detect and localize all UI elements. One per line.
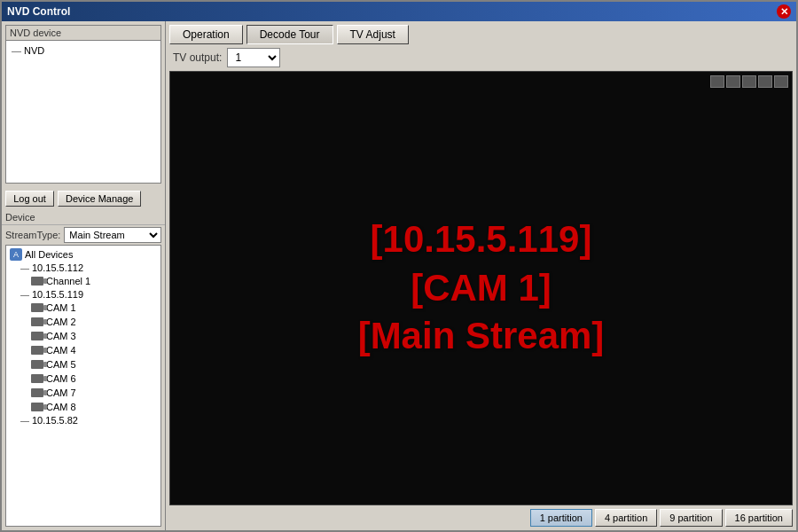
nvd-device-label: NVD device [6,26,160,41]
group-ip-112: 10.15.5.112 [32,262,83,273]
device-manage-button[interactable]: Device Manage [58,191,141,207]
tree-cam-5[interactable]: CAM 5 [29,357,159,372]
group-ip-119: 10.15.5.119 [32,289,83,300]
cam-8-label: CAM 8 [46,402,76,412]
tree-cam-1[interactable]: CAM 1 [29,301,159,315]
nvd-item-label: NVD [24,45,44,56]
vid-ctrl-1[interactable] [710,75,724,88]
vid-ctrl-4[interactable] [758,75,772,88]
nvd-item[interactable]: — NVD [10,44,157,57]
tv-output-select[interactable]: 1 2 3 4 [227,48,280,67]
partition-9-button[interactable]: 9 partition [660,509,722,527]
partition-4-button[interactable]: 4 partition [595,509,657,527]
vid-ctrl-3[interactable] [742,75,756,88]
toolbar-row: Operation Decode Tour TV Adjust [169,25,793,44]
left-panel: NVD device — NVD Log out Device Manage D… [2,21,166,530]
tree-cam-4[interactable]: CAM 4 [29,343,159,357]
tree-channel-1[interactable]: Channel 1 [29,274,159,288]
content-area: NVD device — NVD Log out Device Manage D… [2,21,796,530]
cam-icon-8 [31,401,43,413]
tree-group-119[interactable]: — 10.15.5.119 [19,288,159,301]
cam-4-label: CAM 4 [46,345,76,356]
tree-item-all-devices[interactable]: A All Devices [8,247,159,262]
video-text-line1: [10.15.5.119] [358,215,605,264]
tv-output-row: TV output: 1 2 3 4 [169,48,793,67]
tv-adjust-tab[interactable]: TV Adjust [337,25,409,44]
video-text-line2: [CAM 1] [358,264,605,313]
cam-2-label: CAM 2 [46,317,76,327]
decode-tour-tab[interactable]: Decode Tour [246,25,333,44]
tree-cam-2[interactable]: CAM 2 [29,315,159,329]
cam-icon-1 [31,301,43,314]
tree-cam-6[interactable]: CAM 6 [29,372,159,386]
title-bar: NVD Control ✕ [2,2,796,21]
cam-6-label: CAM 6 [46,373,76,384]
stream-type-select[interactable]: Main Stream Sub Stream [64,227,161,243]
cam-icon-5 [31,358,43,371]
cam-icon-4 [31,344,43,356]
vid-ctrl-2[interactable] [726,75,740,88]
cam-icon-7 [31,387,43,399]
device-label: Device [2,210,165,225]
cam-3-label: CAM 3 [46,331,76,341]
nvd-device-section: NVD device — NVD [5,25,161,184]
group-ip-82: 10.15.5.82 [32,415,78,426]
nvd-dash-icon: — [12,45,21,56]
cam-icon-3 [31,330,43,342]
stream-type-row: StreamType: Main Stream Sub Stream [2,225,165,245]
all-devices-label: All Devices [25,249,73,260]
stream-type-label: StreamType: [5,230,60,240]
video-area: [10.15.5.119] [CAM 1] [Main Stream] [169,71,793,505]
operation-tab[interactable]: Operation [169,25,243,44]
channel-1-label: Channel 1 [46,276,90,286]
partition-16-button[interactable]: 16 partition [725,509,793,527]
button-row: Log out Device Manage [2,187,165,210]
device-tree: A All Devices — 10.15.5.112 Channel 1 [5,245,161,527]
tree-cam-8[interactable]: CAM 8 [29,400,159,414]
main-window: NVD Control ✕ NVD device — NVD Log out D… [0,0,798,532]
bottom-row: 1 partition 4 partition 9 partition 16 p… [169,505,793,527]
cam-7-label: CAM 7 [46,387,76,398]
cam-1-label: CAM 1 [46,302,76,313]
cam-icon-6 [31,372,43,385]
window-title: NVD Control [7,5,70,18]
cam-5-label: CAM 5 [46,359,76,370]
partition-1-button[interactable]: 1 partition [530,509,592,527]
video-overlay-text: [10.15.5.119] [CAM 1] [Main Stream] [358,215,605,361]
expand-icon-82: — [20,416,29,426]
log-out-button[interactable]: Log out [5,191,54,207]
right-panel: Operation Decode Tour TV Adjust TV outpu… [166,21,796,530]
expand-icon-119: — [20,290,29,300]
expand-icon-112: — [20,263,29,273]
nvd-list: — NVD [6,41,160,183]
video-controls-top [710,75,788,88]
tv-output-label: TV output: [173,51,222,64]
tree-group-82[interactable]: — 10.15.5.82 [19,414,159,426]
tree-cam-3[interactable]: CAM 3 [29,329,159,343]
tree-cam-7[interactable]: CAM 7 [29,386,159,400]
tree-group-112[interactable]: — 10.15.5.112 [19,262,159,274]
cam-icon-ch1 [31,275,43,287]
close-button[interactable]: ✕ [777,4,791,19]
vid-ctrl-5[interactable] [774,75,788,88]
cam-icon-2 [31,316,43,328]
video-text-line3: [Main Stream] [358,312,605,361]
all-devices-icon: A [10,248,22,261]
